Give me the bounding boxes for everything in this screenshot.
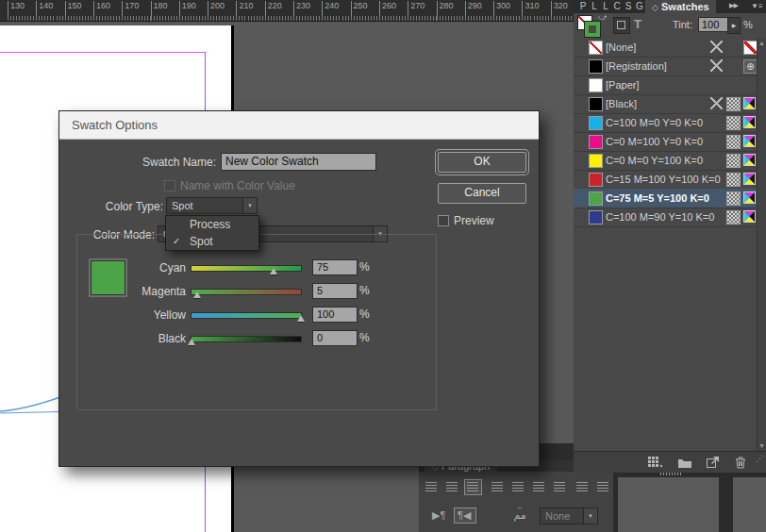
justify-right-button[interactable]: [530, 479, 548, 495]
swatch-name-label: Swatch Name:: [69, 156, 216, 170]
menu-item-process[interactable]: Process: [166, 216, 258, 233]
black-label: Black: [69, 332, 186, 346]
swatch-label: C=15 M=100 Y=100 K=0: [606, 174, 721, 185]
chevron-down-icon: ▼: [242, 198, 257, 213]
yellow-slider[interactable]: [192, 309, 301, 322]
black-slider-handle[interactable]: [188, 339, 195, 345]
tint-input[interactable]: 100: [698, 17, 729, 32]
process-color-icon: [726, 135, 741, 149]
collapsed-panel-right[interactable]: [733, 477, 766, 532]
yellow-slider-handle[interactable]: [297, 315, 305, 322]
magenta-value-input[interactable]: 5: [312, 283, 358, 299]
scroll-up-icon[interactable]: ▲: [758, 40, 765, 46]
swatch-name-input[interactable]: New Color Swatch: [221, 153, 376, 171]
bezier-path-artwork[interactable]: [0, 394, 60, 419]
cyan-value-input[interactable]: 75: [312, 259, 358, 275]
swatch-row-registration[interactable]: [Registration] ⊕: [574, 57, 764, 76]
swatch-row-blue[interactable]: C=100 M=90 Y=10 K=0: [574, 208, 764, 227]
panel-drag-handle[interactable]: [660, 473, 681, 475]
ltr-paragraph-button[interactable]: ▶¶: [429, 507, 450, 524]
rtl-paragraph-icon: ¶◀: [458, 508, 471, 523]
paragraph-panel-body: ▶¶ ¶◀ ↔ مم None ▼: [419, 472, 613, 532]
justify-left-button[interactable]: [489, 479, 507, 495]
align-right-button[interactable]: [464, 479, 482, 495]
ltr-paragraph-icon: ▶¶: [432, 508, 445, 523]
new-color-group-icon[interactable]: [677, 456, 692, 469]
black-percent-label: %: [359, 331, 370, 344]
magenta-slider-handle[interactable]: [193, 291, 201, 298]
menu-item-spot[interactable]: ✓ Spot: [166, 233, 258, 250]
dialog-title[interactable]: Swatch Options: [59, 111, 539, 140]
stroke-swatch-indicator[interactable]: [585, 22, 600, 37]
formatting-affects-text-button[interactable]: T: [634, 17, 641, 31]
swatch-row-red[interactable]: C=15 M=100 Y=100 K=0: [574, 170, 764, 190]
swatch-row-paper[interactable]: [Paper]: [574, 75, 764, 95]
tint-slider-arrow[interactable]: ▶: [727, 17, 741, 34]
magenta-percent-label: %: [359, 284, 370, 297]
process-color-icon: [726, 191, 741, 206]
swatch-label: C=100 M=90 Y=10 K=0: [606, 211, 714, 223]
check-icon: ✓: [173, 233, 180, 250]
swatch-controls-row: ⤻ T Tint: 100 ▶ %: [574, 13, 766, 38]
scroll-down-icon[interactable]: ▼: [758, 442, 765, 449]
align-center-button[interactable]: [443, 479, 461, 495]
tab-l2[interactable]: L: [600, 0, 611, 13]
panel-menu-icon[interactable]: ▼≡: [751, 2, 763, 10]
tab-s[interactable]: S: [623, 0, 634, 13]
swatch-row-magenta[interactable]: C=0 M=100 Y=0 K=0: [574, 132, 764, 152]
show-swatch-kinds-icon[interactable]: [647, 456, 662, 469]
cyan-label: Cyan: [69, 261, 186, 275]
rtl-paragraph-button[interactable]: ¶◀: [454, 507, 476, 524]
formatting-affects-container-button[interactable]: [613, 17, 630, 34]
tab-g[interactable]: G: [634, 0, 645, 13]
swatch-options-dialog: Swatch Options Swatch Name: New Color Sw…: [58, 110, 540, 467]
process-color-icon: [726, 116, 741, 130]
collapsed-panel-left[interactable]: [618, 477, 719, 532]
panel-resize-grip[interactable]: ⋰: [756, 454, 764, 463]
cyan-slider-handle[interactable]: [270, 268, 277, 274]
digits-direction-icon[interactable]: ↔ مم: [509, 504, 530, 520]
tab-swatches[interactable]: ◇ Swatches: [645, 0, 716, 13]
magenta-slider[interactable]: [192, 286, 301, 298]
cancel-button[interactable]: Cancel: [438, 183, 526, 204]
justify-left-icon: [491, 482, 503, 491]
tab-l1[interactable]: L: [589, 0, 600, 13]
process-color-icon: [726, 210, 741, 224]
swatch-row-black[interactable]: [Black]: [574, 94, 764, 114]
swatch-row-none[interactable]: [None]: [574, 38, 764, 58]
black-value-input[interactable]: 0: [312, 330, 358, 346]
collapse-panels-icon[interactable]: ▶▶: [729, 2, 738, 9]
swatch-row-green-selected[interactable]: C=75 M=5 Y=100 K=0: [574, 189, 764, 208]
cyan-slider[interactable]: [192, 262, 301, 274]
color-type-menu: Process ✓ Spot: [165, 215, 259, 251]
justify-all-button[interactable]: [551, 479, 569, 495]
swatch-chip: [589, 135, 603, 149]
swap-fill-stroke-icon[interactable]: ⤻: [598, 12, 608, 23]
new-swatch-icon[interactable]: [706, 456, 721, 469]
indent-to-here-button[interactable]: [574, 479, 591, 495]
tab-c[interactable]: C: [611, 0, 623, 13]
tab-p[interactable]: P: [577, 0, 589, 13]
delete-swatch-icon[interactable]: [734, 456, 749, 469]
align-left-button[interactable]: [423, 479, 441, 495]
yellow-value-input[interactable]: 100: [312, 307, 358, 323]
swatch-row-yellow[interactable]: C=0 M=0 Y=100 K=0: [574, 151, 764, 171]
swatch-chip: [589, 173, 603, 187]
justify-center-button[interactable]: [509, 479, 527, 495]
ok-button[interactable]: OK: [438, 152, 526, 173]
color-type-dropdown[interactable]: Spot ▼: [166, 197, 258, 214]
swatch-label: C=100 M=0 Y=0 K=0: [606, 117, 703, 128]
tint-label: Tint:: [673, 19, 692, 30]
registration-icon: ⊕: [743, 59, 758, 74]
composer-dropdown[interactable]: None ▼: [540, 507, 598, 524]
swatch-chip: [589, 116, 603, 130]
swatch-label: C=0 M=100 Y=0 K=0: [606, 136, 703, 147]
swatch-row-cyan[interactable]: C=100 M=0 Y=0 K=0: [574, 113, 764, 133]
preview-checkbox[interactable]: [438, 215, 449, 226]
cmyk-icon: [743, 116, 756, 128]
black-slider[interactable]: [192, 333, 301, 345]
name-with-color-value-checkbox[interactable]: [164, 180, 175, 191]
justify-right-icon: [533, 482, 544, 491]
scrollbar[interactable]: ▲ ▼: [757, 38, 766, 451]
last-line-indent-button[interactable]: [594, 479, 612, 495]
